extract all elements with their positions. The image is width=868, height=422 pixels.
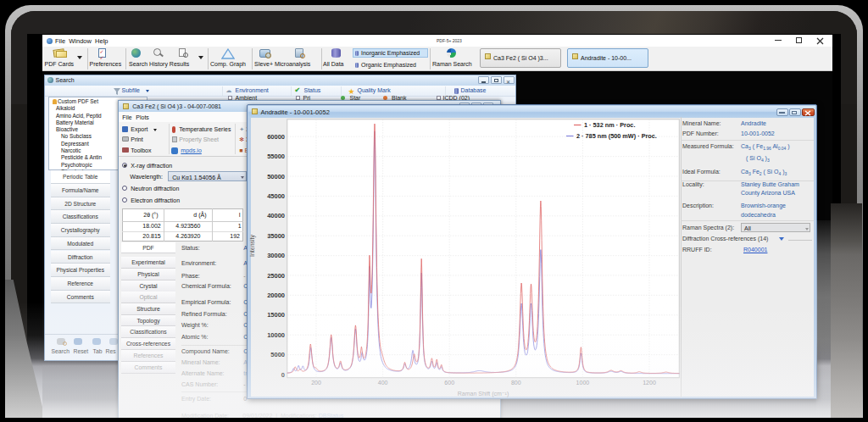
- svg-text:35000: 35000: [267, 232, 285, 240]
- svg-text:20000: 20000: [267, 292, 285, 299]
- svg-text:55000: 55000: [267, 153, 285, 160]
- svg-text:60000: 60000: [267, 133, 285, 141]
- svg-text:50000: 50000: [267, 173, 285, 180]
- svg-text:40000: 40000: [267, 212, 285, 219]
- svg-text:30000: 30000: [267, 252, 285, 259]
- svg-text:1 · 532 nm · Proc.: 1 · 532 nm · Proc.: [584, 121, 635, 129]
- svg-text:25000: 25000: [267, 272, 285, 280]
- svg-text:45000: 45000: [267, 192, 285, 200]
- svg-text:Intensity: Intensity: [249, 234, 256, 257]
- svg-text:2 · 785 nm (500 mW) · Proc.: 2 · 785 nm (500 mW) · Proc.: [576, 132, 657, 140]
